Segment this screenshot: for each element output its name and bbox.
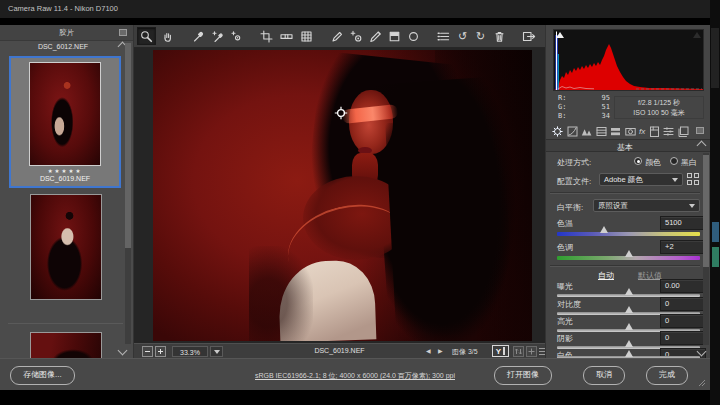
- swap-before-after-button[interactable]: [513, 346, 524, 357]
- white-balance-select[interactable]: 原照设置: [593, 199, 700, 212]
- highlights-label: 高光: [557, 316, 573, 327]
- crop-icon: [260, 30, 273, 43]
- panel-scrollbar[interactable]: [703, 153, 709, 345]
- eyedropper-icon: [192, 30, 205, 43]
- temperature-value[interactable]: 5100: [660, 216, 706, 230]
- shadows-value[interactable]: 0: [660, 331, 706, 345]
- profile-select[interactable]: Adobe 颜色: [599, 173, 683, 186]
- tab-tone-curve-icon[interactable]: [567, 126, 578, 137]
- temperature-slider-thumb[interactable]: [600, 226, 608, 233]
- thumbnail-image[interactable]: [30, 332, 102, 358]
- thumbnail-stars[interactable]: ★★★★★: [11, 168, 119, 174]
- rotate-left-button[interactable]: ↺: [454, 28, 471, 44]
- tint-value[interactable]: +2: [660, 240, 706, 254]
- toolbar: ↺ ↻: [134, 25, 545, 48]
- tab-snapshots-icon[interactable]: [678, 126, 689, 137]
- treatment-color-label[interactable]: 颜色: [645, 157, 661, 168]
- brush-icon: [369, 30, 382, 43]
- adjustment-brush-tool-button[interactable]: [367, 28, 384, 44]
- filmstrip-title: 胶片: [0, 28, 133, 38]
- filmstrip-scrollbar[interactable]: [125, 43, 131, 344]
- treatment-color-radio[interactable]: [634, 157, 642, 165]
- treatment-bw-label[interactable]: 黑白: [681, 157, 697, 168]
- magnifier-icon: [140, 30, 153, 43]
- prev-image-button[interactable]: ◀: [426, 347, 431, 354]
- whites-slider-thumb[interactable]: [625, 350, 633, 357]
- tab-effects-icon[interactable]: fx: [639, 126, 645, 137]
- panel-scrollbar-thumb[interactable]: [703, 155, 709, 267]
- resize-handle[interactable]: [698, 379, 706, 387]
- highlights-value[interactable]: 0: [660, 314, 706, 328]
- thumbnail-image[interactable]: [30, 194, 102, 300]
- spot-removal-tool-button[interactable]: [329, 28, 346, 44]
- filmstrip-item-label[interactable]: DSC_6012.NEF: [0, 43, 126, 50]
- preferences-button[interactable]: [435, 28, 452, 44]
- contrast-slider-thumb[interactable]: [625, 306, 633, 313]
- profile-browser-icon[interactable]: [687, 173, 700, 186]
- rotate-right-button[interactable]: ↻: [472, 28, 489, 44]
- exif-readout: f/2.8 1/125 秒 ISO 100 50 毫米: [614, 96, 704, 119]
- tab-detail-icon[interactable]: [581, 126, 592, 137]
- swap-icon: [515, 348, 522, 355]
- healing-brush-icon: [331, 30, 344, 43]
- cancel-button[interactable]: 取消: [583, 366, 625, 385]
- default-link[interactable]: 默认值: [638, 270, 662, 281]
- filmstrip-scroll-down-icon[interactable]: [118, 346, 128, 356]
- filmstrip-item-selected[interactable]: ★★★★★ DSC_6019.NEF: [9, 56, 121, 188]
- tab-presets-icon[interactable]: [663, 126, 674, 137]
- treatment-label: 处理方式:: [557, 157, 591, 168]
- red-eye-tool-button[interactable]: [348, 28, 365, 44]
- y-toggle-label: Y: [496, 347, 501, 356]
- background-app-fragment: [712, 222, 719, 242]
- toggle-fullscreen-button[interactable]: [520, 28, 537, 44]
- tint-slider[interactable]: [557, 256, 700, 260]
- tint-slider-thumb[interactable]: [625, 250, 633, 257]
- panel-menu-icon[interactable]: [696, 127, 704, 134]
- image-counter: 图像 3/5: [452, 347, 478, 357]
- temperature-slider[interactable]: [557, 232, 700, 236]
- photo-preview[interactable]: [153, 50, 532, 341]
- graduated-filter-tool-button[interactable]: [386, 28, 403, 44]
- tab-split-toning-icon[interactable]: [610, 126, 621, 137]
- shadows-slider-thumb[interactable]: [625, 340, 633, 347]
- treatment-bw-radio[interactable]: [670, 157, 678, 165]
- color-sampler-tool-button[interactable]: [209, 28, 226, 44]
- transform-tool-button[interactable]: [298, 28, 315, 44]
- crop-tool-button[interactable]: [258, 28, 275, 44]
- next-image-button[interactable]: ▶: [438, 347, 443, 354]
- filmstrip-item[interactable]: DSC_6021.NEF: [9, 191, 121, 348]
- exposure-slider-thumb[interactable]: [625, 288, 633, 295]
- grid-icon: [300, 30, 313, 43]
- target-icon: [230, 30, 243, 43]
- done-button[interactable]: 完成: [646, 366, 688, 385]
- tab-lens-corrections-icon[interactable]: [625, 126, 636, 137]
- filmstrip-scrollbar-thumb[interactable]: [125, 43, 131, 248]
- thumbnail-image[interactable]: [29, 62, 101, 166]
- delete-button[interactable]: [491, 28, 508, 44]
- exposure-label: 曝光: [557, 281, 573, 292]
- open-image-button[interactable]: 打开图像: [494, 366, 552, 385]
- targeted-adjustment-tool-button[interactable]: [228, 28, 245, 44]
- shadow-clipping-warning[interactable]: [556, 32, 564, 38]
- filmstrip-menu-icon[interactable]: [119, 29, 127, 36]
- panel-tab-strip: fx: [552, 124, 698, 138]
- copy-settings-button[interactable]: [526, 346, 537, 357]
- contrast-value[interactable]: 0: [660, 297, 706, 311]
- hand-tool-button[interactable]: [160, 28, 177, 44]
- exposure-value[interactable]: 0.00: [660, 279, 706, 293]
- image-canvas[interactable]: [134, 48, 545, 343]
- before-after-toggle-button[interactable]: Y: [492, 345, 509, 357]
- radial-filter-tool-button[interactable]: [405, 28, 422, 44]
- highlights-slider-thumb[interactable]: [625, 323, 633, 330]
- tab-hsl-icon[interactable]: [596, 126, 607, 137]
- tab-basic-icon[interactable]: [552, 126, 563, 137]
- tab-camera-calibration-icon[interactable]: [649, 126, 660, 137]
- filmstrip-item-label[interactable]: DSC_6019.NEF: [11, 175, 119, 182]
- zoom-tool-button[interactable]: [137, 27, 156, 45]
- chevron-down-icon: [672, 178, 678, 182]
- white-balance-tool-button[interactable]: [190, 28, 207, 44]
- auto-link[interactable]: 自动: [598, 270, 614, 281]
- save-image-button[interactable]: 存储图像...: [10, 366, 75, 385]
- highlight-clipping-warning[interactable]: [693, 32, 701, 38]
- straighten-tool-button[interactable]: [278, 28, 295, 44]
